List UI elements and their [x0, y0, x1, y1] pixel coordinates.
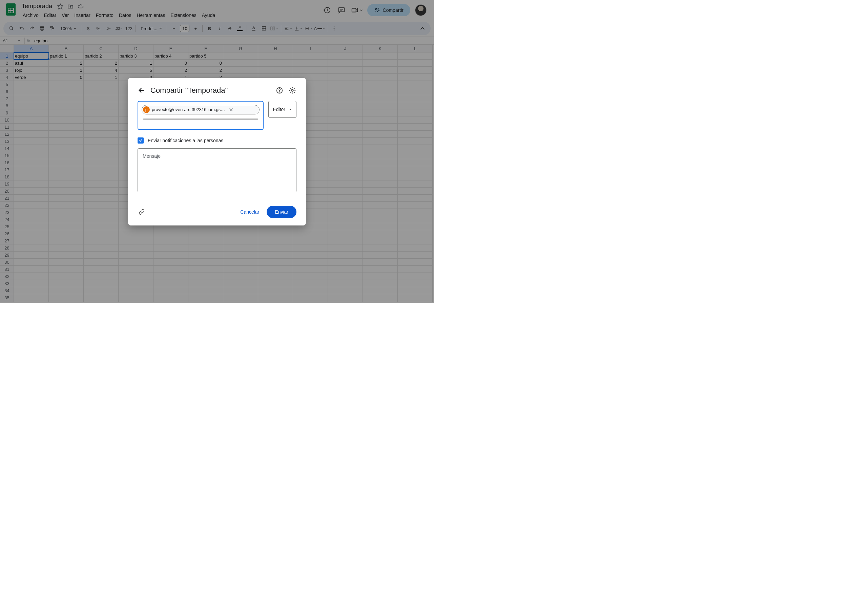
- svg-point-31: [279, 91, 279, 92]
- role-value: Editor: [273, 107, 285, 112]
- send-button[interactable]: Enviar: [267, 206, 296, 218]
- notify-checkbox[interactable]: [138, 138, 144, 144]
- notify-label: Enviar notificaciones a las personas: [148, 138, 223, 143]
- role-select[interactable]: Editor: [268, 101, 296, 118]
- chevron-down-icon: [289, 108, 292, 111]
- chip-avatar: p: [143, 106, 150, 113]
- back-icon[interactable]: [138, 87, 146, 94]
- recipient-chip[interactable]: p proyecto@even-arc-392316.iam.gse…: [142, 105, 259, 114]
- modal-scrim: Compartir "Temporada" p proyecto@even-ar…: [0, 0, 434, 303]
- recipient-input[interactable]: p proyecto@even-arc-392316.iam.gse…: [138, 101, 264, 130]
- message-input[interactable]: Mensaje: [138, 148, 296, 192]
- dialog-title: Compartir "Temporada": [150, 86, 271, 95]
- svg-point-32: [291, 90, 293, 91]
- chip-remove-icon[interactable]: [228, 107, 234, 113]
- recipient-caret: [143, 119, 258, 120]
- cancel-button[interactable]: Cancelar: [236, 206, 264, 218]
- help-icon[interactable]: [276, 87, 284, 94]
- share-dialog: Compartir "Temporada" p proyecto@even-ar…: [128, 78, 306, 226]
- chip-email: proyecto@even-arc-392316.iam.gse…: [152, 107, 226, 112]
- copy-link-icon[interactable]: [138, 208, 146, 216]
- gear-icon[interactable]: [288, 87, 296, 94]
